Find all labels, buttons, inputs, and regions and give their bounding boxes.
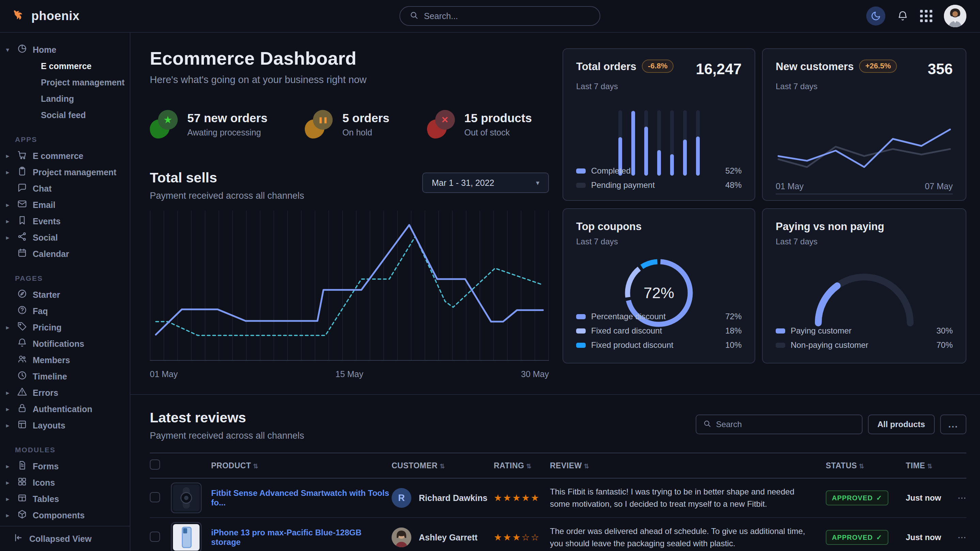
sidebar-item-errors[interactable]: ▸Errors xyxy=(0,384,130,401)
sidebar-item-label: Notifications xyxy=(33,339,84,349)
product-link[interactable]: Fitbit Sense Advanced Smartwatch with To… xyxy=(211,488,389,507)
more-options-button[interactable]: ... xyxy=(940,414,966,434)
sidebar-item-faq[interactable]: Faq xyxy=(0,303,130,319)
sidebar-item-events[interactable]: ▸Events xyxy=(0,213,130,229)
legend-row: Pending payment48% xyxy=(576,180,741,190)
column-header-time[interactable]: TIME⇅ xyxy=(906,453,953,478)
collapse-arrow-icon xyxy=(14,533,23,545)
reviews-title: Latest reviews xyxy=(150,410,304,426)
column-header-status[interactable]: STATUS⇅ xyxy=(826,453,906,478)
sidebar-item-forms[interactable]: ▸Forms xyxy=(0,458,130,475)
review-text: This Fitbit is fantastic! I was trying t… xyxy=(550,486,826,510)
table-icon xyxy=(17,493,27,505)
sidebar-item-label: Email xyxy=(33,200,56,210)
new-customers-card: New customers +26.5% 356 Last 7 days 01 … xyxy=(762,48,966,201)
customer-name: Richard Dawkins xyxy=(419,493,487,503)
legend-label: Percentage discount xyxy=(591,312,666,321)
sidebar-subitem-e-commerce[interactable]: E commerce xyxy=(0,58,130,74)
date-range-select[interactable]: Mar 1 - 31, 2022 ▾ xyxy=(422,173,549,193)
legend-row: Completed52% xyxy=(576,166,741,176)
caret-right-icon: ▸ xyxy=(6,218,11,225)
product-link[interactable]: iPhone 13 pro max-Pacific Blue-128GB sto… xyxy=(211,528,361,546)
product-thumbnail[interactable] xyxy=(171,522,202,551)
sidebar-item-label: Project management xyxy=(33,167,116,177)
sidebar-item-components[interactable]: ▸Components xyxy=(0,507,130,524)
customers-line-chart xyxy=(776,105,953,207)
brand[interactable]: phoenix xyxy=(11,8,130,24)
top-coupons-period: Last 7 days xyxy=(576,237,741,246)
row-checkbox[interactable] xyxy=(150,492,160,502)
sidebar-subitem-landing[interactable]: Landing xyxy=(0,91,130,107)
sidebar-item-email[interactable]: ▸Email xyxy=(0,197,130,213)
row-checkbox[interactable] xyxy=(150,532,160,542)
bookmark-icon xyxy=(17,215,27,227)
sidebar-item-label: Tables xyxy=(33,494,59,504)
sidebar-item-authentication[interactable]: ▸Authentication xyxy=(0,401,130,417)
sidebar-item-starter[interactable]: Starter xyxy=(0,287,130,303)
caret-right-icon: ▸ xyxy=(6,479,11,486)
column-header-product[interactable]: PRODUCT⇅ xyxy=(211,453,391,478)
layout-icon xyxy=(17,419,27,432)
sidebar-item-social[interactable]: ▸Social xyxy=(0,229,130,246)
reviews-search-input[interactable] xyxy=(716,420,855,429)
column-header-rating[interactable]: RATING⇅ xyxy=(494,453,550,478)
sidebar-subitem-social-feed[interactable]: Social feed xyxy=(0,107,130,123)
customer-name: Ashley Garrett xyxy=(419,533,477,543)
sidebar-item-home[interactable]: ▾Home xyxy=(0,41,130,58)
legend-value: 72% xyxy=(725,312,741,321)
status-badge: APPROVED ✓ xyxy=(826,530,888,545)
product-thumbnail[interactable] xyxy=(171,483,202,513)
sidebar-item-label: Pricing xyxy=(33,322,62,332)
theme-toggle-moon-icon[interactable] xyxy=(866,6,885,25)
rating-stars: ★★★☆☆ xyxy=(494,532,540,543)
sidebar-item-calendar[interactable]: Calendar xyxy=(0,246,130,262)
cart-icon xyxy=(17,150,27,162)
total-sells-title: Total sells xyxy=(150,170,304,186)
sidebar-item-members[interactable]: Members xyxy=(0,352,130,368)
table-row: iPhone 13 pro max-Pacific Blue-128GB sto… xyxy=(150,518,966,551)
global-search[interactable] xyxy=(399,6,600,26)
page-title: Ecommerce Dashboard xyxy=(150,48,549,69)
calendar-icon xyxy=(17,248,27,260)
column-header-review[interactable]: REVIEW⇅ xyxy=(550,453,826,478)
sidebar-item-notifications[interactable]: Notifications xyxy=(0,335,130,352)
sidebar-item-project-management[interactable]: ▸Project management xyxy=(0,164,130,180)
search-input[interactable] xyxy=(424,11,590,21)
select-all-checkbox[interactable] xyxy=(150,459,160,470)
caret-right-icon: ▸ xyxy=(6,324,11,331)
sort-icon: ⇅ xyxy=(584,463,589,470)
new-customers-badge: +26.5% xyxy=(859,60,897,73)
apps-grid-icon[interactable] xyxy=(920,10,932,22)
legend-row: Paying customer30% xyxy=(776,326,953,335)
customer-avatar xyxy=(391,527,411,547)
row-actions-button[interactable]: ⋯ xyxy=(953,478,966,518)
collapsed-view-toggle[interactable]: Collapsed View xyxy=(0,526,130,551)
sidebar-item-label: Members xyxy=(33,355,70,365)
reviews-search[interactable] xyxy=(696,414,862,434)
sidebar-item-e-commerce[interactable]: ▸E commerce xyxy=(0,148,130,164)
sidebar-item-timeline[interactable]: Timeline xyxy=(0,368,130,384)
legend-value: 48% xyxy=(725,180,741,190)
top-coupons-card: Top coupons Last 7 days 72% Percentage d… xyxy=(563,208,755,364)
notifications-bell-icon[interactable] xyxy=(897,10,908,22)
stat-value: 15 products xyxy=(465,111,532,125)
sidebar-item-label: E commerce xyxy=(33,151,83,161)
sidebar-item-pricing[interactable]: ▸Pricing xyxy=(0,319,130,335)
caret-right-icon: ▸ xyxy=(6,152,11,160)
pause-status-icon: ❚❚ xyxy=(305,110,333,138)
sidebar-item-label: Errors xyxy=(33,388,58,398)
sidebar-item-label: Home xyxy=(33,45,56,55)
x-axis-tick: 07 May xyxy=(925,181,953,191)
sidebar-item-icons[interactable]: ▸Icons xyxy=(0,475,130,491)
sidebar-item-layouts[interactable]: ▸Layouts xyxy=(0,417,130,433)
top-navbar: phoenix xyxy=(0,0,980,33)
stat-label: Awating processing xyxy=(187,128,267,138)
row-actions-button[interactable]: ⋯ xyxy=(953,518,966,551)
sidebar-item-tables[interactable]: ▸Tables xyxy=(0,491,130,507)
all-products-button[interactable]: All products xyxy=(868,414,935,434)
column-header-customer[interactable]: CUSTOMER⇅ xyxy=(391,453,494,478)
sort-icon: ⇅ xyxy=(440,463,445,470)
user-avatar[interactable] xyxy=(944,5,966,27)
sidebar-subitem-project-management[interactable]: Project management xyxy=(0,74,130,91)
sidebar-item-chat[interactable]: Chat xyxy=(0,180,130,197)
